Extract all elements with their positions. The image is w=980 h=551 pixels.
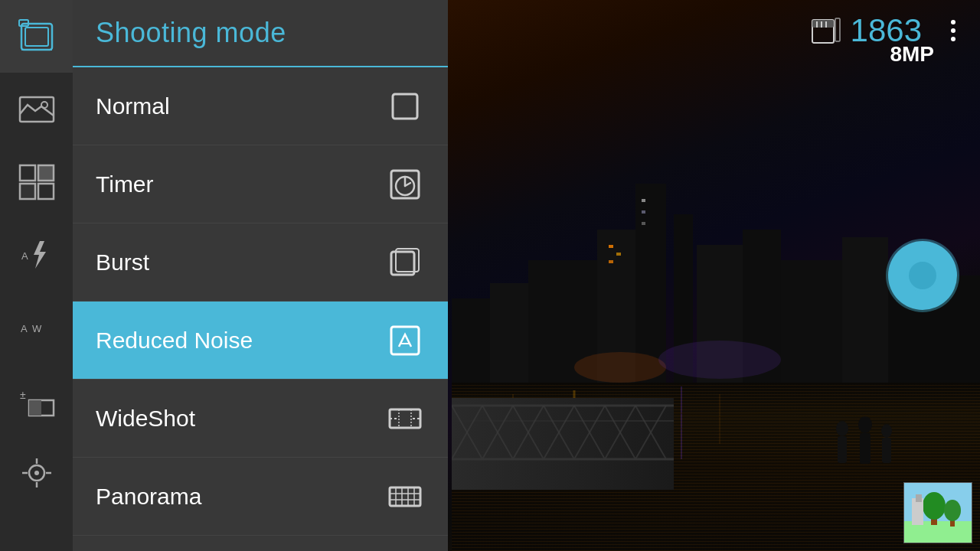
svg-point-61: [34, 471, 39, 475]
svg-point-100: [923, 492, 946, 520]
svg-rect-6: [781, 260, 842, 398]
sidebar-item-gallery[interactable]: [0, 73, 73, 145]
thumbnail-preview[interactable]: [903, 482, 972, 543]
more-options-button[interactable]: [938, 20, 969, 41]
svg-point-109: [881, 424, 892, 438]
svg-text:W: W: [32, 323, 42, 334]
svg-rect-103: [912, 498, 923, 525]
svg-point-105: [836, 421, 848, 436]
svg-rect-11: [609, 245, 613, 248]
sidebar-item-filter[interactable]: [0, 145, 73, 218]
burst-label: Burst: [96, 249, 149, 276]
panorama-icon: [385, 477, 425, 517]
svg-text:A: A: [21, 250, 28, 262]
sidebar-item-ev[interactable]: ±: [0, 364, 73, 436]
svg-rect-50: [38, 165, 54, 181]
photo-count: 1863: [851, 12, 922, 49]
svg-point-107: [858, 416, 872, 433]
svg-rect-80: [390, 487, 420, 506]
ev-icon: ±: [18, 382, 55, 419]
sd-card-icon: [808, 15, 844, 46]
menu-item-reduced-noise[interactable]: Reduced Noise: [73, 302, 448, 380]
menu-title: Shooting mode: [96, 17, 286, 49]
people-silhouettes: [766, 409, 919, 486]
svg-rect-14: [642, 199, 645, 202]
svg-point-18: [658, 341, 781, 379]
svg-rect-106: [838, 436, 847, 463]
menu-panel: Shooting mode Normal Timer: [73, 0, 448, 551]
menu-item-normal[interactable]: Normal: [73, 67, 448, 145]
svg-rect-104: [916, 494, 922, 502]
reduced-noise-label: Reduced Noise: [96, 328, 253, 354]
flash-icon: A: [18, 236, 55, 273]
menu-item-burst[interactable]: Burst: [73, 223, 448, 302]
filter-icon: [18, 164, 55, 201]
svg-point-102: [944, 500, 961, 521]
menu-items-list: Normal Timer Burst: [73, 67, 448, 536]
timer-label: Timer: [96, 171, 154, 197]
sidebar-item-settings[interactable]: [0, 436, 73, 509]
white-balance-icon: A W: [18, 309, 55, 346]
shooting-mode-icon: [18, 18, 56, 56]
normal-icon: [385, 86, 425, 126]
dot3: [951, 37, 956, 41]
shutter-icon: [903, 256, 942, 295]
thumbnail-image: [904, 483, 972, 543]
svg-rect-108: [860, 433, 871, 464]
svg-point-96: [909, 262, 936, 289]
svg-marker-54: [34, 241, 46, 269]
svg-rect-59: [29, 400, 41, 416]
sidebar: A A W ±: [0, 0, 73, 551]
menu-item-timer[interactable]: Timer: [73, 145, 448, 223]
svg-rect-43: [25, 28, 48, 46]
svg-rect-90: [812, 20, 834, 28]
menu-item-panorama[interactable]: Panorama: [73, 458, 448, 536]
svg-rect-110: [882, 438, 891, 463]
svg-rect-94: [835, 18, 840, 41]
wideshot-label: WideShot: [96, 406, 195, 432]
svg-rect-49: [20, 165, 35, 181]
svg-rect-16: [642, 222, 645, 225]
sidebar-item-shooting-mode[interactable]: [0, 0, 73, 73]
svg-point-17: [574, 352, 666, 383]
svg-point-48: [41, 102, 47, 108]
gallery-icon: [18, 91, 55, 128]
wideshot-icon: [385, 399, 425, 439]
reduced-noise-icon: [385, 321, 425, 360]
svg-rect-52: [38, 184, 54, 199]
svg-rect-66: [393, 94, 417, 119]
settings-icon: [18, 455, 55, 491]
bridge: [452, 398, 674, 490]
panorama-label: Panorama: [96, 484, 201, 510]
svg-text:A: A: [21, 323, 28, 334]
sidebar-item-flash[interactable]: A: [0, 218, 73, 291]
timer-icon: [385, 165, 425, 204]
svg-rect-51: [20, 184, 35, 199]
shutter-button[interactable]: [888, 241, 957, 310]
burst-icon: [385, 243, 425, 282]
top-bar: 1863: [448, 0, 980, 61]
menu-item-wideshot[interactable]: WideShot: [73, 380, 448, 458]
normal-label: Normal: [96, 93, 170, 119]
svg-rect-9: [490, 283, 528, 398]
svg-rect-12: [616, 253, 621, 256]
svg-rect-7: [842, 237, 888, 398]
svg-rect-13: [609, 260, 613, 263]
svg-text:±: ±: [20, 389, 26, 401]
sidebar-item-white-balance[interactable]: A W: [0, 291, 73, 364]
menu-header: Shooting mode: [73, 0, 448, 67]
svg-rect-73: [391, 327, 419, 354]
dot1: [951, 20, 956, 24]
svg-rect-15: [642, 210, 645, 214]
dot2: [951, 28, 956, 33]
